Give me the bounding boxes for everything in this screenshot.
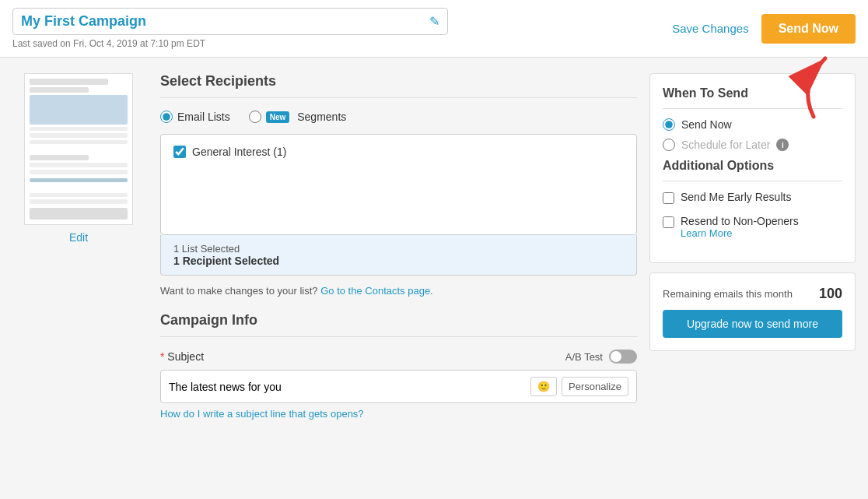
subject-input-wrap[interactable]: 🙂 Personalize <box>160 370 637 403</box>
segments-radio-label[interactable]: New Segments <box>249 111 347 123</box>
lists-selected-text: 1 List Selected <box>173 243 624 255</box>
send-now-option-label: Send Now <box>681 118 732 131</box>
contacts-page-link[interactable]: Go to the Contacts page. <box>320 285 433 297</box>
campaign-info-section: Campaign Info * Subject A/B Test 🙂 Perso… <box>160 312 637 420</box>
thumb-footer <box>30 208 128 220</box>
subject-help-link[interactable]: How do I write a subject line that gets … <box>160 408 364 420</box>
ab-test-toggle[interactable] <box>609 350 637 364</box>
thumb-text-4 <box>30 163 128 167</box>
personalize-button[interactable]: Personalize <box>562 377 628 396</box>
thumb-image-block <box>30 95 128 125</box>
edit-title-icon[interactable]: ✎ <box>429 14 439 29</box>
subject-label: * Subject <box>160 350 204 363</box>
last-saved-text: Last saved on Fri, Oct 4, 2019 at 7:10 p… <box>12 38 448 49</box>
contacts-hint: Want to make changes to your list? Go to… <box>160 285 637 297</box>
send-now-radio-label[interactable]: Send Now <box>663 118 842 131</box>
thumb-text-7 <box>30 199 128 204</box>
recipients-options: Email Lists New Segments <box>160 111 637 123</box>
ab-test-label: A/B Test <box>565 351 603 363</box>
early-results-label: Send Me Early Results <box>681 191 791 203</box>
campaign-title-input[interactable] <box>21 13 429 30</box>
email-lists-radio[interactable] <box>160 111 173 123</box>
segments-label: Segments <box>297 111 346 123</box>
campaign-info-divider <box>160 336 637 337</box>
resend-option: Resend to Non-Openers Learn More <box>663 215 842 239</box>
top-bar-actions: Save Changes Send Now <box>672 14 856 44</box>
remaining-label: Remaining emails this month <box>663 288 793 300</box>
additional-options-divider <box>663 181 842 181</box>
right-panel: When To Send Send Now Schedule for Later… <box>649 73 856 420</box>
when-to-send-card: When To Send Send Now Schedule for Later… <box>649 73 856 263</box>
general-interest-label: General Interest (1) <box>192 146 286 158</box>
when-to-send-title: When To Send <box>663 86 842 100</box>
schedule-later-radio-label[interactable]: Schedule for Later i <box>663 139 842 151</box>
campaign-title-area: ✎ Last saved on Fri, Oct 4, 2019 at 7:10… <box>12 8 448 49</box>
early-results-option: Send Me Early Results <box>663 191 842 204</box>
campaign-thumbnail <box>24 73 133 225</box>
remaining-row: Remaining emails this month 100 <box>663 286 842 302</box>
list-item-row: General Interest (1) <box>173 146 624 158</box>
required-star: * <box>160 350 164 363</box>
segments-radio[interactable] <box>249 111 261 123</box>
thumb-text-6 <box>30 193 128 198</box>
email-lists-label: Email Lists <box>177 111 230 123</box>
main-content: Edit Select Recipients Email Lists New S… <box>0 58 868 435</box>
resend-checkbox[interactable] <box>663 216 674 228</box>
email-lists-radio-label[interactable]: Email Lists <box>160 111 230 123</box>
send-now-radio[interactable] <box>663 118 675 131</box>
additional-options-title: Additional Options <box>663 159 842 173</box>
remaining-count: 100 <box>819 286 842 302</box>
thumb-btn <box>30 178 128 183</box>
new-badge: New <box>266 111 290 123</box>
recipients-selected-text: 1 Recipient Selected <box>173 255 624 267</box>
send-now-button[interactable]: Send Now <box>761 14 856 44</box>
thumb-line-3 <box>30 155 89 161</box>
selected-summary: 1 List Selected 1 Recipient Selected <box>160 235 637 276</box>
recipients-divider <box>160 97 637 98</box>
thumb-text-1 <box>30 127 128 132</box>
thumb-text-3 <box>30 140 128 145</box>
general-interest-checkbox[interactable] <box>173 146 186 158</box>
remaining-card: Remaining emails this month 100 Upgrade … <box>649 272 856 351</box>
save-changes-button[interactable]: Save Changes <box>672 22 748 35</box>
thumb-text-5 <box>30 170 128 174</box>
thumb-text-2 <box>30 133 128 138</box>
emoji-button[interactable]: 🙂 <box>530 377 557 396</box>
thumb-line-1 <box>30 79 108 85</box>
upgrade-button[interactable]: Upgrade now to send more <box>663 310 842 338</box>
campaign-title-input-wrap[interactable]: ✎ <box>12 8 448 35</box>
resend-label: Resend to Non-Openers <box>681 215 799 227</box>
thumb-line-2 <box>30 87 89 93</box>
schedule-later-radio[interactable] <box>663 139 675 151</box>
subject-input[interactable] <box>169 381 526 393</box>
subject-row: * Subject A/B Test <box>160 350 637 364</box>
preview-panel: Edit <box>12 73 145 420</box>
form-panel: Select Recipients Email Lists New Segmen… <box>160 73 637 420</box>
early-results-checkbox[interactable] <box>663 192 674 204</box>
learn-more-link[interactable]: Learn More <box>681 227 799 239</box>
schedule-info-icon[interactable]: i <box>776 139 789 151</box>
campaign-info-title: Campaign Info <box>160 312 637 329</box>
when-to-send-divider <box>663 108 842 109</box>
schedule-later-label: Schedule for Later <box>681 139 770 151</box>
recipients-section-title: Select Recipients <box>160 73 637 90</box>
ab-test-row: A/B Test <box>565 350 637 364</box>
top-bar: ✎ Last saved on Fri, Oct 4, 2019 at 7:10… <box>0 0 868 58</box>
edit-campaign-link[interactable]: Edit <box>69 231 88 244</box>
list-box: General Interest (1) <box>160 134 637 235</box>
